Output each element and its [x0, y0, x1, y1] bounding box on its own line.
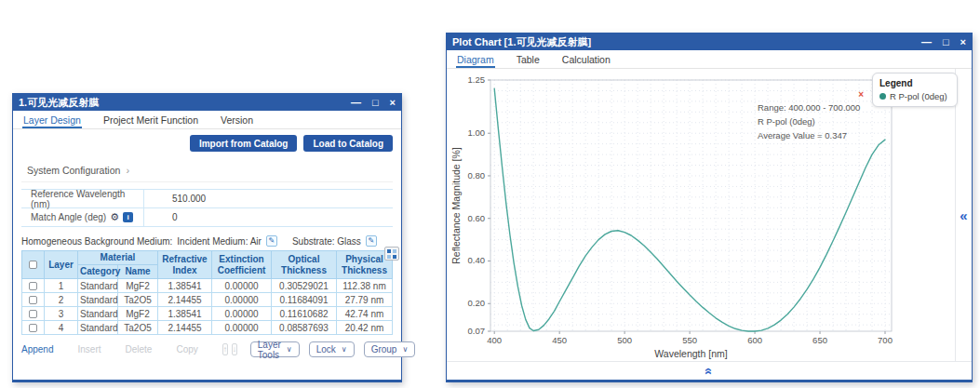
layer-tools-dropdown[interactable]: Layer Tools∨ — [250, 341, 300, 357]
cell-physical: 20.42 nm — [337, 321, 393, 335]
cell-category: Standard — [78, 279, 118, 293]
cell-layer: 1 — [45, 279, 78, 293]
legend-entry-label: R P-pol (0deg) — [890, 91, 947, 101]
delete-button[interactable]: Delete — [126, 344, 153, 355]
cell-extinction: 0.00000 — [212, 307, 272, 321]
move-up-icon[interactable]: ↑ — [222, 343, 228, 355]
reference-wavelength-row: Reference Wavelength (nm) 510.000 — [21, 190, 393, 208]
cell-layer: 3 — [45, 307, 78, 321]
svg-text:1.00: 1.00 — [468, 127, 486, 138]
edit-incident-icon[interactable]: ✎ — [266, 235, 277, 247]
row-checkbox[interactable] — [29, 296, 37, 304]
svg-text:1.25: 1.25 — [468, 74, 486, 85]
close-icon[interactable]: × — [390, 94, 396, 111]
tab-version[interactable]: Version — [220, 113, 254, 128]
svg-text:500: 500 — [617, 335, 632, 345]
cell-refractive: 1.38541 — [158, 279, 212, 293]
table-row[interactable]: 2StandardTa2O52.144550.000000.1168409127… — [22, 293, 393, 307]
svg-text:0.60: 0.60 — [468, 213, 486, 223]
cell-name: Ta2O5 — [118, 321, 158, 335]
reference-wavelength-value[interactable]: 510.000 — [144, 194, 206, 204]
table-footer: Append Insert Delete Copy ↑ ↓ Layer Tool… — [21, 341, 393, 357]
maximize-icon[interactable]: □ — [372, 94, 379, 111]
cell-refractive: 2.14455 — [158, 293, 212, 307]
bottom-collapse-strip: « — [447, 361, 972, 380]
cell-select[interactable] — [22, 321, 45, 335]
layer-design-window: 1.可见光减反射膜 — □ × Layer Design Project Mer… — [12, 93, 402, 382]
chevron-right-icon: › — [126, 165, 129, 176]
cell-category: Standard — [78, 307, 118, 321]
cell-select[interactable] — [22, 307, 45, 321]
right-window-title: Plot Chart [1.可见光减反射膜] — [452, 35, 921, 49]
header-optical-thickness: Optical Thickness — [272, 251, 337, 279]
tab-layer-design[interactable]: Layer Design — [22, 113, 82, 128]
maximize-icon[interactable]: □ — [943, 33, 949, 50]
tab-project-merit-function[interactable]: Project Merit Function — [102, 113, 199, 128]
left-tabsbar: Layer Design Project Merit Function Vers… — [13, 111, 401, 129]
tab-diagram[interactable]: Diagram — [456, 52, 495, 68]
row-checkbox[interactable] — [29, 310, 37, 318]
svg-text:600: 600 — [747, 335, 762, 345]
header-material: Material — [78, 251, 158, 265]
annotation-average: Average Value = 0.347 — [758, 128, 888, 142]
right-titlebar[interactable]: Plot Chart [1.可见光减反射膜] — □ × — [447, 33, 972, 50]
table-row[interactable]: 3StandardMgF21.385410.000000.1161068242.… — [22, 307, 393, 321]
grid-view-icon[interactable] — [384, 247, 399, 261]
cell-physical: 112.38 nm — [337, 279, 393, 293]
lock-dropdown[interactable]: Lock∨ — [309, 341, 355, 357]
cell-optical: 0.30529021 — [272, 279, 337, 293]
minimize-icon[interactable]: — — [351, 94, 361, 111]
close-icon[interactable]: × — [960, 33, 966, 50]
svg-text:0.20: 0.20 — [468, 298, 486, 308]
edit-substrate-icon[interactable]: ✎ — [366, 235, 377, 247]
svg-text:0.40: 0.40 — [468, 255, 486, 265]
collapse-panel-left-icon[interactable]: « — [960, 207, 967, 223]
cell-select[interactable] — [22, 279, 45, 293]
header-refractive-index: Refractive Index — [158, 251, 212, 279]
row-checkbox[interactable] — [29, 282, 37, 290]
append-button[interactable]: Append — [21, 344, 53, 355]
cell-extinction: 0.00000 — [212, 321, 272, 335]
cell-refractive: 1.38541 — [158, 307, 212, 321]
svg-text:700: 700 — [878, 335, 893, 345]
table-row[interactable]: 1StandardMgF21.385410.000000.30529021112… — [22, 279, 393, 293]
cell-extinction: 0.00000 — [212, 293, 272, 307]
cell-optical: 0.11610682 — [272, 307, 337, 321]
legend-entry[interactable]: R P-pol (0deg) — [879, 91, 950, 101]
system-configuration-header[interactable]: System Configuration› — [21, 160, 393, 182]
cell-physical: 42.74 nm — [337, 307, 393, 321]
layer-table-body: 1StandardMgF21.385410.000000.30529021112… — [22, 279, 393, 335]
desktop: 1.可见光减反射膜 — □ × Layer Design Project Mer… — [0, 0, 980, 388]
annotation-close-icon[interactable]: × — [758, 89, 864, 100]
info-icon[interactable]: i — [123, 212, 133, 222]
layer-table: Layer Material Refractive Index Extincti… — [21, 250, 393, 335]
tab-calculation[interactable]: Calculation — [561, 52, 611, 68]
match-angle-value[interactable]: 0 — [144, 212, 178, 222]
table-row[interactable]: 4StandardTa2O52.144550.000000.0858769320… — [22, 321, 393, 335]
header-name: Name — [118, 265, 158, 279]
select-all-checkbox[interactable] — [29, 261, 37, 269]
copy-button[interactable]: Copy — [176, 344, 197, 355]
cell-refractive: 2.14455 — [158, 321, 212, 335]
legend-title: Legend — [879, 78, 950, 88]
svg-text:0.07: 0.07 — [468, 326, 486, 336]
row-checkbox[interactable] — [29, 324, 37, 332]
reference-wavelength-label: Reference Wavelength (nm) — [21, 190, 144, 207]
move-down-icon[interactable]: ↓ — [232, 343, 237, 355]
plot-chart-window: Plot Chart [1.可见光减反射膜] — □ × Diagram Tab… — [446, 33, 973, 382]
cell-select[interactable] — [22, 293, 45, 307]
chart-legend: Legend R P-pol (0deg) — [872, 73, 958, 107]
chevron-down-icon: ∨ — [402, 345, 408, 354]
tab-table[interactable]: Table — [516, 52, 541, 68]
group-dropdown[interactable]: Group∨ — [364, 341, 416, 357]
incident-medium-label: Incident Medium: Air — [177, 236, 262, 247]
minimize-icon[interactable]: — — [921, 33, 932, 50]
header-select-all[interactable] — [22, 251, 45, 279]
left-titlebar[interactable]: 1.可见光减反射膜 — □ × — [13, 94, 401, 111]
load-to-catalog-button[interactable]: Load to Catalog — [303, 135, 393, 152]
gear-icon[interactable]: ⚙ — [110, 212, 119, 222]
collapse-panel-up-icon[interactable]: « — [702, 368, 717, 375]
insert-button[interactable]: Insert — [77, 344, 101, 355]
import-from-catalog-button[interactable]: Import from Catalog — [190, 135, 298, 152]
svg-text:0.80: 0.80 — [468, 170, 486, 181]
